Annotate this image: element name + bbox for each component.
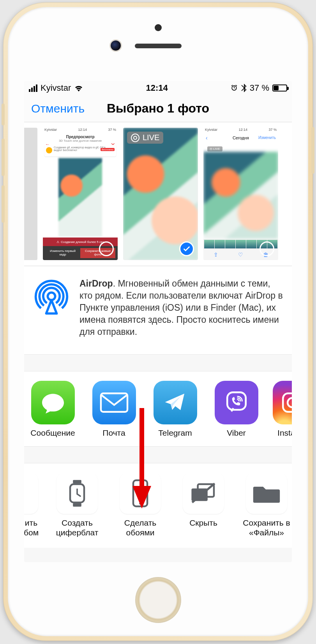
svg-point-4 bbox=[288, 398, 292, 407]
live-photo-badge: LIVE bbox=[127, 132, 163, 144]
action-save-to-files[interactable]: Сохранить в«Файлы» bbox=[239, 473, 292, 537]
earpiece-speaker bbox=[135, 44, 182, 48]
telegram-icon bbox=[154, 381, 197, 424]
app-label: Почта bbox=[89, 428, 139, 438]
hide-icon bbox=[183, 473, 224, 514]
mini-wallpaper-preview bbox=[58, 158, 102, 237]
phone-frame: Kyivstar 12:14 37 % bbox=[3, 2, 313, 641]
mini-heart-icon: ♡ bbox=[238, 252, 243, 258]
svg-rect-7 bbox=[73, 480, 81, 484]
mute-switch bbox=[2, 104, 5, 125]
action-label: Сделатьобоями bbox=[113, 518, 168, 537]
svg-rect-1 bbox=[101, 394, 127, 412]
action-set-wallpaper[interactable]: Сделатьобоями bbox=[113, 473, 168, 537]
selection-circle-checked[interactable] bbox=[179, 241, 194, 256]
status-bar: Kyivstar 12:14 37 % bbox=[24, 81, 292, 95]
clock-label: 12:14 bbox=[146, 83, 168, 93]
svg-rect-9 bbox=[133, 480, 147, 507]
svg-point-0 bbox=[48, 292, 55, 300]
app-label: Viber bbox=[212, 428, 261, 438]
front-camera bbox=[111, 40, 121, 51]
action-label: Сохранить в«Файлы» bbox=[239, 518, 292, 537]
airdrop-section: AirDrop. Мгновенный обмен данными с теми… bbox=[24, 267, 292, 355]
mini-live-badge: ◎ LIVE bbox=[207, 146, 222, 151]
instagram-icon bbox=[273, 381, 292, 424]
mini-carrier: Kyivstar bbox=[44, 128, 57, 134]
wifi-icon bbox=[74, 84, 83, 91]
selection-circle[interactable] bbox=[260, 241, 274, 256]
proximity-sensor bbox=[155, 24, 162, 31]
airdrop-icon bbox=[33, 278, 70, 315]
alarm-icon bbox=[230, 84, 238, 92]
screen: Kyivstar 12:14 37 % bbox=[24, 81, 292, 562]
action-label: Скрыть bbox=[176, 518, 231, 537]
phone-bezel: Kyivstar 12:14 37 % bbox=[8, 7, 308, 636]
selection-circle[interactable] bbox=[99, 241, 114, 256]
actions-row[interactable]: итьбом Создатьциферблат Сд bbox=[24, 463, 292, 547]
cell-signal-icon bbox=[29, 84, 37, 92]
mail-icon bbox=[92, 381, 136, 424]
photo-thumb-3[interactable]: Kyivstar 12:14 37 % ‹ Сегодня Изменить ◎… bbox=[203, 128, 278, 260]
nav-bar: Отменить Выбрано 1 фото bbox=[24, 95, 292, 122]
home-button[interactable] bbox=[135, 577, 181, 623]
share-app-messages[interactable]: Сообщение bbox=[28, 381, 78, 438]
svg-rect-8 bbox=[73, 503, 81, 507]
share-apps-row[interactable]: Сообщение Почта Telegram bbox=[24, 371, 292, 447]
action-label: итьбом bbox=[24, 518, 41, 537]
battery-icon bbox=[272, 84, 287, 91]
action-hide[interactable]: Скрыть bbox=[176, 473, 231, 537]
phone-outline-icon bbox=[120, 473, 161, 514]
mini-ad-banner: Создание gif, конвертор видео в gif, Gif… bbox=[44, 145, 116, 157]
folder-icon bbox=[246, 473, 287, 514]
app-label: Instagra bbox=[273, 428, 292, 438]
cancel-button[interactable]: Отменить bbox=[31, 102, 85, 115]
battery-percent: 37 % bbox=[250, 83, 269, 93]
action-partial-left[interactable]: итьбом bbox=[24, 473, 41, 537]
svg-rect-2 bbox=[227, 392, 246, 410]
svg-point-10 bbox=[139, 503, 141, 505]
watch-icon bbox=[56, 473, 98, 514]
mini-edit-button: Изменить bbox=[258, 135, 276, 140]
power-button bbox=[311, 127, 314, 174]
airdrop-description: AirDrop. Мгновенный обмен данными с теми… bbox=[79, 278, 283, 338]
app-label: Telegram bbox=[150, 428, 200, 438]
messages-icon bbox=[31, 381, 75, 424]
bluetooth-icon bbox=[241, 84, 247, 92]
volume-down-button bbox=[2, 185, 5, 223]
photo-thumb-1[interactable]: Kyivstar 12:14 37 % Предпросмотр 3D Touc… bbox=[43, 128, 118, 260]
app-label: Сообщение bbox=[28, 428, 78, 438]
mini-preview-title: Предпросмотр bbox=[43, 135, 118, 139]
photo-thumbnails-row[interactable]: Kyivstar 12:14 37 % Предпросмотр 3D Touc… bbox=[24, 122, 292, 266]
share-app-mail[interactable]: Почта bbox=[89, 381, 139, 438]
volume-up-button bbox=[2, 139, 5, 176]
mini-preview-sub: 3D Touch или долгое нажатие bbox=[43, 139, 118, 143]
live-photo-icon bbox=[131, 134, 139, 142]
carrier-label: Kyivstar bbox=[41, 83, 71, 93]
action-label: Создатьциферблат bbox=[50, 518, 104, 537]
photo-thumb-2-selected[interactable]: LIVE bbox=[123, 128, 198, 260]
share-app-viber[interactable]: Viber bbox=[212, 381, 261, 438]
action-create-watchface[interactable]: Создатьциферблат bbox=[50, 473, 104, 537]
share-app-instagram[interactable]: Instagra bbox=[273, 381, 292, 438]
mini-time: 12:14 bbox=[78, 128, 87, 134]
mini-share-icon: ⇪ bbox=[214, 252, 218, 258]
mini-battery: 37 % bbox=[108, 128, 116, 134]
share-app-telegram[interactable]: Telegram bbox=[150, 381, 200, 438]
photo-thumb-partial[interactable] bbox=[24, 128, 37, 260]
viber-icon bbox=[215, 381, 258, 424]
